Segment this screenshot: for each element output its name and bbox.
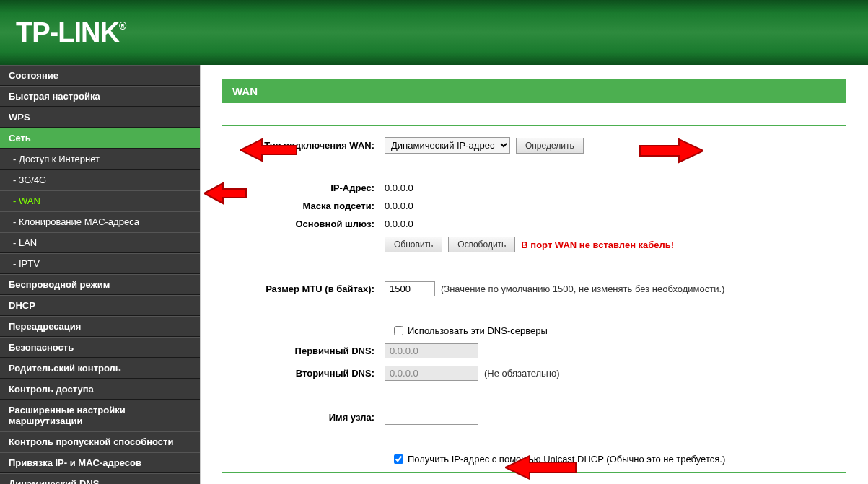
content-area: WAN Тип подключения WAN: Динамический IP… bbox=[201, 65, 868, 484]
hostname-label: Имя узла: bbox=[222, 412, 385, 423]
gateway-value: 0.0.0.0 bbox=[385, 219, 413, 229]
sidebar-item-5[interactable]: - 3G/4G bbox=[0, 170, 200, 190]
dns1-input bbox=[385, 343, 478, 358]
hostname-input[interactable] bbox=[385, 410, 478, 425]
use-dns-checkbox[interactable] bbox=[394, 326, 403, 335]
dns1-label: Первичный DNS: bbox=[222, 346, 385, 356]
use-dns-label: Использовать эти DNS-серверы bbox=[408, 325, 548, 336]
sidebar: СостояниеБыстрая настройкаWPSСеть- Досту… bbox=[0, 65, 201, 484]
wan-warning: В порт WAN не вставлен кабель! bbox=[521, 239, 674, 250]
sidebar-item-10[interactable]: Беспроводной режим bbox=[0, 274, 200, 295]
sidebar-item-7[interactable]: - Клонирование MAC-адреса bbox=[0, 211, 200, 232]
conn-type-label: Тип подключения WAN: bbox=[222, 140, 385, 151]
sidebar-item-1[interactable]: Быстрая настройка bbox=[0, 86, 200, 107]
sidebar-item-13[interactable]: Безопасность bbox=[0, 337, 200, 358]
renew-button[interactable]: Обновить bbox=[385, 237, 442, 252]
sidebar-item-8[interactable]: - LAN bbox=[0, 232, 200, 253]
sidebar-item-16[interactable]: Расширенные настройки маршрутизации bbox=[0, 400, 200, 431]
sidebar-item-17[interactable]: Контроль пропускной способности bbox=[0, 431, 200, 452]
dns2-label: Вторичный DNS: bbox=[222, 368, 385, 379]
sidebar-item-4[interactable]: - Доступ к Интернет bbox=[0, 149, 200, 170]
sidebar-item-11[interactable]: DHCP bbox=[0, 295, 200, 316]
mtu-hint: (Значение по умолчанию 1500, не изменять… bbox=[441, 283, 724, 294]
mask-value: 0.0.0.0 bbox=[385, 201, 413, 211]
dns2-input bbox=[385, 366, 478, 381]
gateway-label: Основной шлюз: bbox=[222, 219, 385, 229]
divider-bottom bbox=[222, 472, 846, 473]
sidebar-item-15[interactable]: Контроль доступа bbox=[0, 379, 200, 400]
sidebar-item-19[interactable]: Динамический DNS bbox=[0, 473, 200, 484]
sidebar-item-6[interactable]: - WAN bbox=[0, 190, 200, 211]
sidebar-item-9[interactable]: - IPTV bbox=[0, 253, 200, 274]
unicast-checkbox[interactable] bbox=[394, 454, 403, 464]
mtu-input[interactable] bbox=[385, 281, 435, 296]
mtu-label: Размер MTU (в байтах): bbox=[222, 283, 385, 294]
conn-type-select[interactable]: Динамический IP-адрес bbox=[385, 137, 510, 154]
sidebar-item-14[interactable]: Родительский контроль bbox=[0, 358, 200, 379]
dns2-hint: (Не обязательно) bbox=[484, 368, 560, 379]
sidebar-item-0[interactable]: Состояние bbox=[0, 65, 200, 86]
mask-label: Маска подсети: bbox=[222, 201, 385, 211]
ip-label: IP-Адрес: bbox=[222, 182, 385, 193]
sidebar-item-18[interactable]: Привязка IP- и MAC-адресов bbox=[0, 452, 200, 473]
sidebar-item-3[interactable]: Сеть bbox=[0, 128, 200, 149]
ip-value: 0.0.0.0 bbox=[385, 182, 413, 193]
detect-button[interactable]: Определить bbox=[516, 138, 584, 154]
sidebar-item-12[interactable]: Переадресация bbox=[0, 316, 200, 337]
page-title: WAN bbox=[222, 79, 846, 103]
logo: TP-LINK® bbox=[16, 17, 126, 48]
unicast-label: Получить IP-адрес с помощью Unicast DHCP… bbox=[408, 454, 725, 465]
sidebar-item-2[interactable]: WPS bbox=[0, 107, 200, 128]
header: TP-LINK® bbox=[0, 0, 868, 65]
release-button[interactable]: Освободить bbox=[448, 237, 515, 252]
divider bbox=[222, 125, 846, 126]
